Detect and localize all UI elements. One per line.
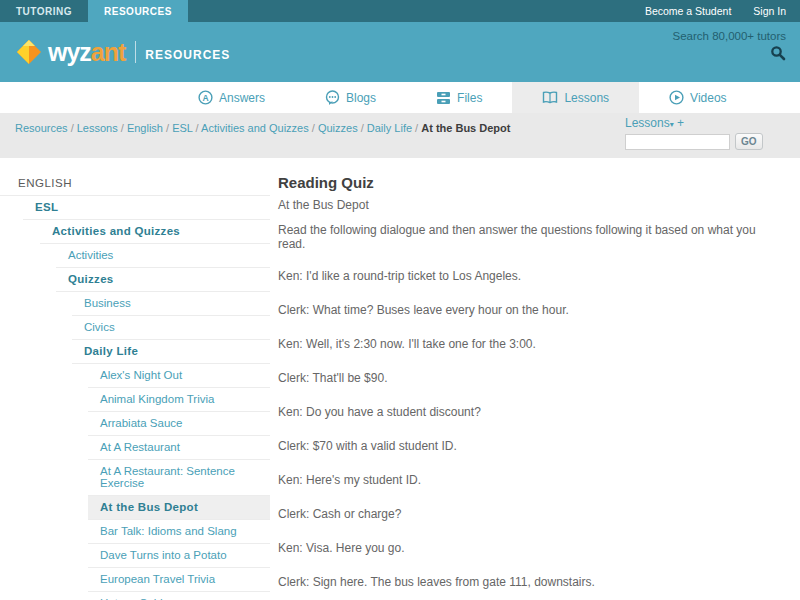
svg-text:A: A [202,93,208,103]
lesson-search-input[interactable] [625,134,730,150]
dialogue-line: Clerk: Cash or charge? [278,507,780,521]
tab-videos-label: Videos [690,91,726,105]
sidebar-item[interactable]: Dave Turns into a Potato [88,544,270,568]
sidebar-list: ESLActivities and QuizzesActivitiesQuizz… [0,196,270,600]
sidebar-item[interactable]: ESL [23,196,270,220]
breadcrumb-separator: / [193,122,202,134]
dialogue-line: Ken: Well, it's 2:30 now. I'll take one … [278,337,780,351]
tab-blogs[interactable]: Blogs [295,82,406,113]
site-header: wyzant RESOURCES Search 80,000+ tutors [0,22,800,82]
search-tutors-label[interactable]: Search 80,000+ tutors [673,30,786,42]
breadcrumb: Resources / Lessons / English / ESL / Ac… [15,122,510,134]
sidebar-item[interactable]: Activities and Quizzes [40,220,270,244]
breadcrumb-separator: / [309,122,318,134]
wyzant-logo[interactable]: wyzant RESOURCES [16,38,230,67]
breadcrumb-separator: / [412,122,421,134]
sidebar-item[interactable]: Hot vs. Cold [88,592,270,600]
breadcrumb-separator: / [358,122,367,134]
sidebar-item[interactable]: Activities [56,244,270,268]
tab-lessons-label: Lessons [564,91,609,105]
dialogue-line: Clerk: $70 with a valid student ID. [278,439,780,453]
breadcrumb-link[interactable]: Resources [15,122,68,134]
go-button[interactable]: GO [735,133,763,150]
quiz-instructions: Read the following dialogue and then ans… [278,223,780,251]
breadcrumb-link[interactable]: Quizzes [318,122,358,134]
plus-icon[interactable]: + [677,116,684,130]
breadcrumb-link[interactable]: ESL [172,122,192,134]
dialogue-line: Ken: Visa. Here you go. [278,541,780,555]
lessons-filter: Lessons▾ + GO [625,116,770,150]
breadcrumb-separator: / [68,122,77,134]
dialogue: Ken: I'd like a round-trip ticket to Los… [278,269,780,600]
brand-wordmark: wyzant [48,38,125,67]
dialogue-line: Ken: I'd like a round-trip ticket to Los… [278,269,780,283]
chevron-down-icon: ▾ [670,120,674,129]
answers-circle-a-icon: A [198,90,213,105]
breadcrumb-separator: / [118,122,127,134]
main-content: Reading Quiz At the Bus Depot Read the f… [270,158,800,600]
breadcrumb-link[interactable]: Lessons [77,122,118,134]
wyzant-gem-icon [16,39,42,65]
sidebar-item[interactable]: Bar Talk: Idioms and Slang [88,520,270,544]
tab-files-label: Files [457,91,482,105]
dialogue-line: Clerk: That'll be $90. [278,371,780,385]
dialogue-line: Clerk: Sign here. The bus leaves from ga… [278,575,780,589]
search-icon[interactable] [770,45,786,65]
brand-wyz: wyz [48,38,91,66]
dialogue-line: Clerk: What time? Buses leave every hour… [278,303,780,317]
sidebar-item[interactable]: Quizzes [56,268,270,292]
videos-play-circle-icon [669,90,684,105]
sidebar: ENGLISH ESLActivities and QuizzesActivit… [0,158,270,600]
tab-videos[interactable]: Videos [639,82,756,113]
dialogue-line: Ken: Do you have a student discount? [278,405,780,419]
topbar-tab-resources[interactable]: RESOURCES [88,0,188,22]
tab-answers-label: Answers [219,91,265,105]
lessons-dropdown[interactable]: Lessons▾ + [625,116,770,130]
sidebar-item[interactable]: Civics [72,316,270,340]
sidebar-item[interactable]: Arrabiata Sauce [88,412,270,436]
breadcrumb-link[interactable]: Activities and Quizzes [201,122,309,134]
top-bar: TUTORING RESOURCES Become a Student Sign… [0,0,800,22]
topbar-right-links: Become a Student Sign In [645,0,800,22]
brand-divider [135,41,136,63]
become-a-student-link[interactable]: Become a Student [645,5,731,17]
sidebar-item[interactable]: Alex's Night Out [88,364,270,388]
sidebar-item[interactable]: Animal Kingdom Trivia [88,388,270,412]
breadcrumb-link[interactable]: English [127,122,163,134]
lessons-open-book-icon [542,91,558,104]
tab-lessons[interactable]: Lessons [512,82,639,113]
page-title: Reading Quiz [278,174,780,191]
content: ENGLISH ESLActivities and QuizzesActivit… [0,158,800,600]
brand-ant: ant [91,38,126,66]
files-cabinet-icon [436,91,451,105]
breadcrumb-current: At the Bus Depot [421,122,510,134]
sidebar-item[interactable]: Daily Life [72,340,270,364]
sidebar-item[interactable]: At A Restaurant: Sentence Exercise [88,460,270,496]
breadcrumb-separator: / [163,122,172,134]
lesson-subtitle: At the Bus Depot [278,198,780,212]
tab-blogs-label: Blogs [346,91,376,105]
tab-files[interactable]: Files [406,82,512,113]
breadcrumb-link[interactable]: Daily Life [367,122,412,134]
sidebar-item[interactable]: At A Restaurant [88,436,270,460]
tab-answers[interactable]: A Answers [168,82,295,113]
sign-in-link[interactable]: Sign In [753,5,786,17]
blogs-speech-bubble-icon [325,90,340,105]
brand-suffix: RESOURCES [145,48,230,62]
sidebar-title-english: ENGLISH [0,172,270,196]
sidebar-item[interactable]: European Travel Trivia [88,568,270,592]
sidebar-item[interactable]: Business [72,292,270,316]
breadcrumb-band: Resources / Lessons / English / ESL / Ac… [0,113,800,158]
header-search: Search 80,000+ tutors [673,30,786,65]
sidebar-item-active[interactable]: At the Bus Depot [88,496,270,520]
resource-nav: A Answers Blogs Files Lessons [0,82,800,113]
topbar-tab-tutoring[interactable]: TUTORING [0,0,88,22]
dialogue-line: Ken: Here's my student ID. [278,473,780,487]
